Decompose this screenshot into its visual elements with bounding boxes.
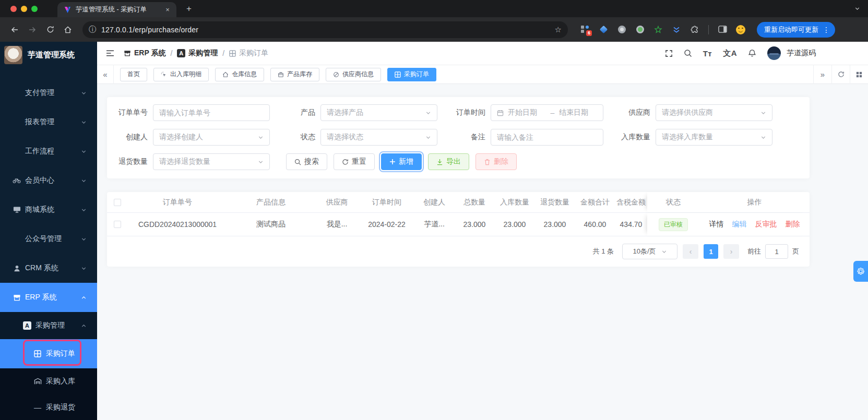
url-text[interactable]: 127.0.0.1/erp/purchase/order [101, 26, 555, 34]
sidebar-logo-row[interactable]: 芋道管理系统 [0, 42, 97, 68]
col-status: 状态 [647, 192, 699, 212]
tab-search-button[interactable] [851, 3, 863, 14]
chrome-menu-icon[interactable]: ⋮ [823, 26, 830, 34]
export-button[interactable]: 导出 [428, 153, 469, 170]
tab-stock-record[interactable]: 出入库明细 [153, 68, 209, 81]
url-bar[interactable]: ⓘ 127.0.0.1/erp/purchase/order ☆ [82, 21, 568, 38]
download-icon [436, 159, 443, 165]
tab-product-stock[interactable]: 产品库存 [270, 68, 319, 81]
user-avatar[interactable] [767, 46, 781, 60]
tags-scroll-right-icon[interactable]: » [813, 65, 831, 84]
sidebar-item-purchase-return[interactable]: — 采购退货 [0, 394, 97, 420]
select-all-checkbox[interactable] [114, 199, 121, 206]
sidebar-item-member[interactable]: 会员中心 [0, 166, 97, 195]
chevron-down-icon [81, 119, 87, 125]
start-date-placeholder[interactable]: 开始日期 [508, 108, 546, 117]
breadcrumb-purchase[interactable]: A 采购管理 [177, 49, 218, 58]
bookmark-star-icon[interactable]: ☆ [555, 25, 562, 34]
forward-icon[interactable] [25, 22, 40, 37]
order-time-range-picker[interactable]: 开始日期 – 结束日期 [491, 104, 603, 121]
search-button[interactable]: 搜索 [286, 153, 327, 170]
supplier-select[interactable]: 请选择供供应商 [656, 104, 772, 121]
reload-icon[interactable] [43, 22, 57, 37]
search-icon[interactable] [684, 49, 692, 57]
refresh-page-icon[interactable] [831, 65, 850, 84]
in-count-select[interactable]: 请选择入库数量 [656, 129, 772, 146]
browser-tab[interactable]: 芋道管理系统 - 采购订单 × [57, 2, 176, 17]
window-minimize-button[interactable] [21, 6, 27, 12]
breadcrumb-erp[interactable]: ERP 系统 [124, 49, 165, 58]
order-no-input-field[interactable] [159, 109, 264, 117]
extension-chevrons-icon[interactable] [672, 25, 681, 34]
window-close-button[interactable] [10, 6, 17, 12]
total-count: 共 1 条 [593, 247, 614, 256]
fullscreen-icon[interactable] [665, 50, 673, 57]
delete-link[interactable]: 删除 [786, 220, 800, 229]
prev-page-icon[interactable]: ‹ [683, 244, 698, 259]
extension-kite-icon[interactable] [599, 25, 608, 34]
collapse-menu-icon[interactable] [106, 50, 114, 57]
goto-page-input[interactable] [765, 244, 788, 259]
cell-in-count: 23.000 [495, 213, 534, 236]
sidebar-item-erp[interactable]: ERP 系统 [0, 283, 97, 312]
sidebar-item-workflow[interactable]: 工作流程 [0, 137, 97, 166]
sidebar-item-report[interactable]: 报表管理 [0, 107, 97, 137]
end-date-placeholder[interactable]: 结束日期 [559, 108, 597, 117]
unapprove-link[interactable]: 反审批 [755, 220, 777, 229]
remark-input[interactable] [491, 129, 603, 146]
return-count-select[interactable]: 请选择退货数量 [153, 153, 270, 170]
tags-scroll-left-icon[interactable]: « [97, 65, 114, 84]
sidebar-item-pay[interactable]: 支付管理 [0, 78, 97, 107]
table-row[interactable]: CGDD20240213000001 测试商品 我是... 2024-02-22… [107, 213, 810, 236]
locale-icon[interactable]: 文A [723, 49, 737, 58]
creator-select[interactable]: 请选择创建人 [153, 129, 270, 146]
sidebar-item-purchase-order[interactable]: 采购订单 [0, 339, 97, 368]
window-zoom-button[interactable] [31, 6, 38, 12]
page-size-select[interactable]: 10条/页 [622, 244, 677, 259]
extension-green-icon[interactable] [635, 25, 645, 34]
extension-gray-icon[interactable] [617, 25, 626, 34]
tab-supplier[interactable]: 供应商信息 [326, 68, 381, 81]
edit-link[interactable]: 编辑 [732, 220, 747, 229]
extension-star-icon[interactable] [653, 25, 663, 34]
sidebar-item-purchase[interactable]: A 采购管理 [0, 312, 97, 339]
page-number-active[interactable]: 1 [704, 244, 718, 259]
sidebar-item-mall[interactable]: 商城系统 [0, 195, 97, 224]
layout-grid-icon[interactable] [850, 65, 868, 84]
tab-warehouse[interactable]: 仓库信息 [215, 68, 264, 81]
tab-home[interactable]: 首页 [120, 68, 147, 81]
tab-close-icon[interactable]: × [163, 5, 172, 15]
username[interactable]: 芋道源码 [787, 49, 816, 58]
row-checkbox[interactable] [114, 221, 121, 228]
sidebar-item-mp[interactable]: 公众号管理 [0, 224, 97, 254]
font-size-icon[interactable]: Tт [703, 49, 712, 58]
delete-button[interactable]: 删除 [475, 153, 517, 170]
sidebar-item-crm[interactable]: CRM 系统 [0, 254, 97, 283]
detail-link[interactable]: 详情 [709, 220, 724, 229]
extension-with-badge-icon[interactable]: 6 [580, 25, 590, 34]
reset-button[interactable]: 重置 [334, 153, 375, 170]
product-select[interactable]: 请选择产品 [320, 104, 437, 121]
site-info-icon[interactable]: ⓘ [89, 25, 96, 34]
add-button[interactable]: 新增 [381, 153, 422, 170]
cell-return-count: 23.000 [534, 213, 575, 236]
sidebar-item-purchase-in[interactable]: 采购入库 [0, 368, 97, 394]
bell-icon[interactable] [748, 49, 756, 57]
next-page-icon[interactable]: › [723, 244, 739, 259]
new-tab-button[interactable]: + [183, 3, 195, 15]
home-icon[interactable] [61, 22, 75, 37]
remark-input-field[interactable] [497, 133, 597, 141]
plus-icon [389, 159, 396, 165]
tab-purchase-order[interactable]: 采购订单 [387, 68, 436, 81]
settings-fab[interactable] [853, 261, 868, 282]
person-icon [13, 264, 21, 272]
chevron-down-icon [760, 110, 766, 116]
back-icon[interactable] [7, 22, 22, 37]
status-select[interactable]: 请选择状态 [320, 129, 437, 146]
extensions-puzzle-icon[interactable] [690, 25, 699, 34]
gear-icon [857, 267, 865, 275]
profile-emoji-icon[interactable] [736, 25, 745, 34]
order-no-input[interactable] [153, 104, 270, 121]
side-panel-icon[interactable] [718, 25, 727, 34]
chrome-update-button[interactable]: 重新启动即可更新 ⋮ [757, 22, 835, 38]
